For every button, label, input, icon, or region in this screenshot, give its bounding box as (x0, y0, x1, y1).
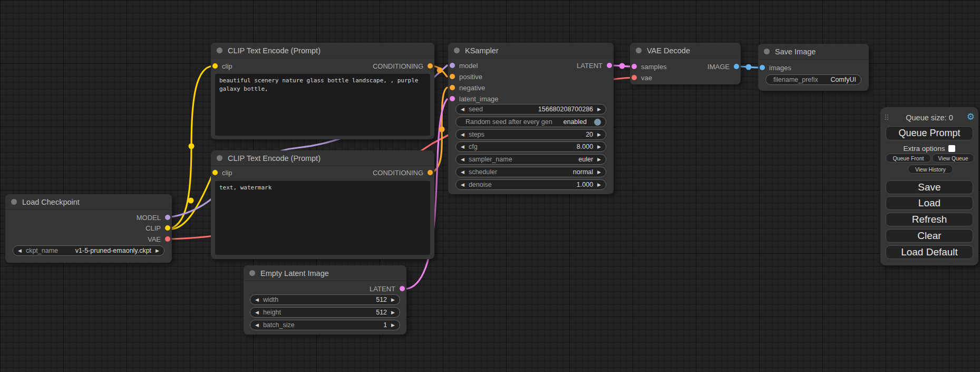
batch-size-widget[interactable]: ◀ batch_size 1 ▶ (250, 320, 400, 330)
decrement-arrow-icon[interactable]: ◀ (461, 170, 464, 175)
output-slot-conditioning[interactable]: CONDITIONING (373, 61, 433, 71)
toggle-knob-icon[interactable] (594, 119, 601, 126)
latent-slot-icon[interactable] (632, 64, 637, 69)
clip-slot-icon[interactable] (212, 170, 218, 175)
collapse-dot-icon[interactable] (764, 49, 770, 54)
save-button[interactable]: Save (886, 180, 973, 194)
settings-gear-icon[interactable]: ⚙ (967, 112, 975, 121)
increment-arrow-icon[interactable]: ▶ (156, 249, 159, 253)
node-load-checkpoint[interactable]: Load Checkpoint MODEL CLIP VAE ◀ ckpt_na… (5, 194, 172, 263)
load-button[interactable]: Load (886, 196, 973, 210)
clip-slot-icon[interactable] (212, 63, 218, 69)
clear-button[interactable]: Clear (886, 229, 973, 243)
decrement-arrow-icon[interactable]: ◀ (461, 157, 464, 162)
node-ksampler[interactable]: KSampler model positive negative latent_… (448, 43, 614, 194)
cfg-widget[interactable]: ◀ cfg 8.000 ▶ (455, 141, 606, 152)
increment-arrow-icon[interactable]: ▶ (597, 183, 601, 187)
node-title-bar[interactable]: Load Checkpoint (5, 194, 172, 210)
decrement-arrow-icon[interactable]: ◀ (255, 323, 259, 328)
input-slot-vae[interactable]: vae (632, 72, 652, 83)
decrement-arrow-icon[interactable]: ◀ (255, 298, 259, 302)
node-graph-canvas[interactable]: CLIP Text Encode (Prompt) clip CONDITION… (0, 0, 980, 372)
output-slot-image[interactable]: IMAGE (707, 61, 739, 72)
input-slot-images[interactable]: images (760, 62, 791, 73)
sampler-name-widget[interactable]: ◀ sampler_name euler ▶ (455, 154, 606, 165)
queue-prompt-button[interactable]: Queue Prompt (886, 126, 973, 140)
extra-options-checkbox[interactable] (948, 145, 955, 152)
node-title-bar[interactable]: Empty Latent Image (244, 265, 406, 281)
positive-prompt-textarea[interactable]: beautiful scenery nature glass bottle la… (215, 74, 430, 136)
height-widget[interactable]: ◀ height 512 ▶ (250, 307, 400, 318)
filename-prefix-widget[interactable]: filename_prefix ComfyUI (765, 74, 861, 85)
output-slot-model[interactable]: MODEL (137, 212, 170, 223)
input-slot-positive[interactable]: positive (450, 71, 482, 82)
load-default-button[interactable]: Load Default (886, 245, 973, 259)
image-slot-icon[interactable] (734, 64, 739, 69)
input-slot-clip[interactable]: clip (212, 61, 232, 71)
latent-slot-icon[interactable] (450, 96, 455, 101)
conditioning-slot-icon[interactable] (428, 170, 433, 175)
collapse-dot-icon[interactable] (217, 47, 222, 53)
collapse-dot-icon[interactable] (636, 47, 642, 53)
decrement-arrow-icon[interactable]: ◀ (18, 249, 22, 253)
output-slot-conditioning[interactable]: CONDITIONING (373, 167, 433, 178)
output-slot-latent[interactable]: LATENT (370, 283, 405, 294)
increment-arrow-icon[interactable]: ▶ (597, 170, 601, 175)
conditioning-slot-icon[interactable] (450, 74, 455, 79)
node-empty-latent-image[interactable]: Empty Latent Image LATENT ◀ width 512 ▶ … (244, 265, 406, 335)
decrement-arrow-icon[interactable]: ◀ (255, 310, 259, 315)
node-title-bar[interactable]: CLIP Text Encode (Prompt) (211, 43, 434, 59)
random-seed-widget[interactable]: Random seed after every gen enabled (455, 117, 606, 127)
negative-prompt-textarea[interactable]: text, watermark (215, 181, 430, 255)
increment-arrow-icon[interactable]: ▶ (597, 157, 601, 162)
collapse-dot-icon[interactable] (217, 155, 222, 161)
conditioning-slot-icon[interactable] (428, 63, 433, 69)
input-slot-clip[interactable]: clip (212, 167, 232, 178)
decrement-arrow-icon[interactable]: ◀ (461, 132, 464, 137)
input-slot-samples[interactable]: samples (632, 61, 666, 72)
input-slot-latent-image[interactable]: latent_image (450, 93, 498, 104)
steps-widget[interactable]: ◀ steps 20 ▶ (455, 129, 606, 140)
collapse-dot-icon[interactable] (11, 199, 17, 205)
output-slot-vae[interactable]: VAE (148, 234, 170, 244)
model-slot-icon[interactable] (450, 63, 455, 68)
decrement-arrow-icon[interactable]: ◀ (461, 107, 464, 112)
width-widget[interactable]: ◀ width 512 ▶ (250, 294, 400, 305)
increment-arrow-icon[interactable]: ▶ (597, 107, 601, 112)
node-vae-decode[interactable]: VAE Decode samples vae IMAGE (630, 43, 741, 84)
input-slot-model[interactable]: model (450, 60, 478, 71)
increment-arrow-icon[interactable]: ▶ (597, 132, 601, 137)
output-slot-clip[interactable]: CLIP (145, 223, 170, 233)
latent-slot-icon[interactable] (607, 63, 612, 68)
comfy-menu-panel[interactable]: Queue size: 0 ⚙ Queue Prompt Extra optio… (880, 107, 978, 265)
refresh-button[interactable]: Refresh (886, 213, 973, 226)
view-queue-button[interactable]: View Queue (932, 154, 974, 163)
vae-slot-icon[interactable] (632, 75, 637, 80)
image-slot-icon[interactable] (760, 65, 765, 70)
clip-slot-icon[interactable] (165, 225, 170, 231)
vae-slot-icon[interactable] (165, 236, 170, 242)
latent-slot-icon[interactable] (400, 286, 405, 291)
node-clip-text-encode-positive[interactable]: CLIP Text Encode (Prompt) clip CONDITION… (211, 43, 434, 139)
node-clip-text-encode-negative[interactable]: CLIP Text Encode (Prompt) clip CONDITION… (211, 150, 434, 259)
increment-arrow-icon[interactable]: ▶ (391, 310, 395, 315)
node-title-bar[interactable]: KSampler (448, 43, 614, 59)
input-slot-negative[interactable]: negative (450, 82, 485, 93)
collapse-dot-icon[interactable] (454, 47, 460, 53)
queue-front-button[interactable]: Queue Front (886, 154, 931, 163)
ckpt-name-widget[interactable]: ◀ ckpt_name v1-5-pruned-emaonly.ckpt ▶ (13, 245, 164, 256)
node-title-bar[interactable]: VAE Decode (630, 43, 741, 59)
seed-widget[interactable]: ◀ seed 156680208700286 ▶ (455, 104, 606, 115)
output-slot-latent[interactable]: LATENT (577, 60, 612, 71)
increment-arrow-icon[interactable]: ▶ (597, 145, 601, 149)
node-title-bar[interactable]: CLIP Text Encode (Prompt) (211, 150, 434, 166)
decrement-arrow-icon[interactable]: ◀ (461, 183, 464, 187)
conditioning-slot-icon[interactable] (450, 85, 455, 90)
denoise-widget[interactable]: ◀ denoise 1.000 ▶ (455, 179, 606, 190)
model-slot-icon[interactable] (165, 215, 170, 220)
increment-arrow-icon[interactable]: ▶ (391, 298, 395, 302)
scheduler-widget[interactable]: ◀ scheduler normal ▶ (455, 167, 606, 177)
view-history-button[interactable]: View History (908, 165, 953, 174)
node-save-image[interactable]: Save Image images filename_prefix ComfyU… (758, 44, 869, 91)
decrement-arrow-icon[interactable]: ◀ (461, 145, 464, 149)
